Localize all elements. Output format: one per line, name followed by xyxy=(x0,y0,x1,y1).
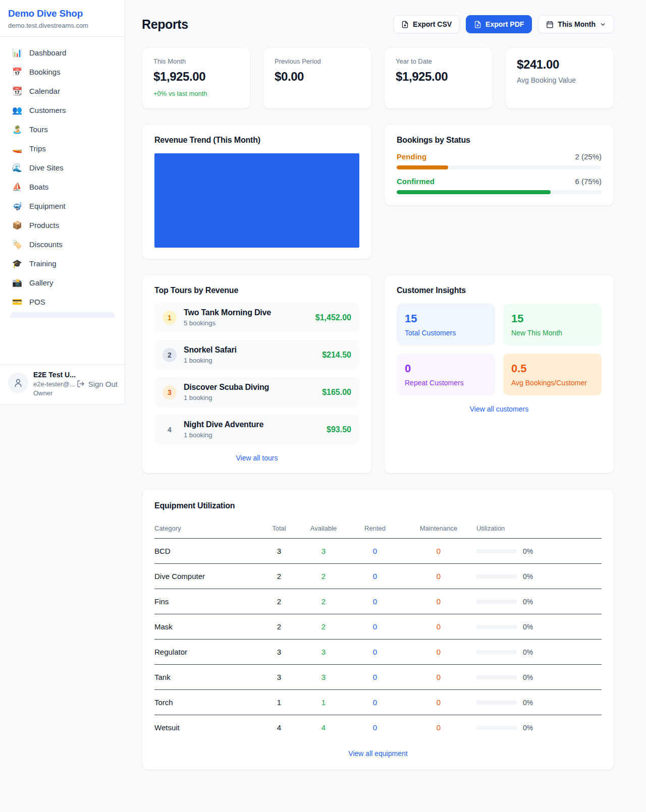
sign-out-button[interactable]: Sign Out xyxy=(77,380,118,388)
main-content: Reports Export CSV Export PDF This Month… xyxy=(125,0,646,786)
top-tours-card: Top Tours by Revenue 1 Two Tank Morning … xyxy=(142,274,372,474)
card-title: Top Tours by Revenue xyxy=(154,286,359,295)
sidebar-item-pos[interactable]: 💳 POS xyxy=(5,293,120,311)
rented-cell: 0 xyxy=(349,614,401,640)
revenue-trend-card: Revenue Trend (This Month) xyxy=(142,124,372,259)
shop-header: Demo Dive Shop demo.test.divestreams.com xyxy=(0,0,125,36)
sidebar-item-dive-sites[interactable]: 🌊 Dive Sites xyxy=(5,159,120,177)
sidebar-item-label: Training xyxy=(29,259,57,268)
rank-badge: 4 xyxy=(163,423,177,437)
insight-tiles: 15 Total Customers 15 New This Month 0 R… xyxy=(397,304,602,395)
table-row: Tank33000% xyxy=(154,665,602,690)
table-row: Dive Computer22000% xyxy=(154,564,602,589)
export-csv-button[interactable]: Export CSV xyxy=(393,15,460,33)
stat-label: Avg Booking Value xyxy=(517,76,603,84)
column-header-category: Category xyxy=(154,518,260,539)
column-header-available: Available xyxy=(298,518,349,539)
tour-revenue: $165.00 xyxy=(322,388,351,397)
utilization-cell: 0% xyxy=(476,690,602,715)
export-pdf-button[interactable]: Export PDF xyxy=(466,15,532,33)
sidebar-item-dashboard[interactable]: 📊 Dashboard xyxy=(5,44,120,62)
sidebar-item-label: Bookings xyxy=(29,68,61,76)
sidebar-item-bookings[interactable]: 📅 Bookings xyxy=(5,63,120,81)
sidebar-item-boats[interactable]: ⛵ Boats xyxy=(5,178,120,196)
stat-card-previous-period: Previous Period $0.00 xyxy=(263,47,372,109)
sidebar-item-label: Discounts xyxy=(29,240,63,249)
equipment-table-body: BCD33000%Dive Computer22000%Fins22000%Ma… xyxy=(154,539,602,740)
utilization-bar xyxy=(476,701,517,705)
stat-value: $1,925.00 xyxy=(153,70,239,84)
period-selector[interactable]: This Month xyxy=(538,15,614,33)
table-row: BCD33000% xyxy=(154,539,602,564)
sidebar-item-gallery[interactable]: 📸 Gallery xyxy=(5,274,120,292)
tour-name: Snorkel Safari xyxy=(184,345,237,355)
diving-mask-icon: 🤿 xyxy=(12,202,22,210)
maintenance-cell: 0 xyxy=(401,589,476,614)
sidebar-item-customers[interactable]: 👥 Customers xyxy=(5,101,120,119)
camera-icon: 📸 xyxy=(12,279,22,287)
available-cell: 2 xyxy=(298,614,349,640)
bookings-calendar-icon: 📅 xyxy=(12,68,22,76)
export-pdf-label: Export PDF xyxy=(486,20,524,28)
file-download-icon xyxy=(474,21,481,28)
insight-tile-repeat-customers: 0 Repeat Customers xyxy=(397,354,495,395)
user-panel: E2E Test U... e2e-tester@... Owner Sign … xyxy=(0,364,125,404)
wave-icon: 🌊 xyxy=(12,164,22,172)
table-header-row: Category Total Available Rented Maintena… xyxy=(154,518,602,539)
stat-value: $0.00 xyxy=(275,70,360,84)
utilization-bar xyxy=(476,650,517,654)
total-cell: 1 xyxy=(260,690,298,715)
chevron-down-icon xyxy=(600,21,606,28)
view-all-equipment-link[interactable]: View all equipment xyxy=(154,749,602,758)
available-cell: 2 xyxy=(298,564,349,589)
column-header-rented: Rented xyxy=(349,518,401,539)
total-cell: 4 xyxy=(260,715,298,740)
view-all-tours-link[interactable]: View all tours xyxy=(154,454,359,462)
equipment-utilization-card: Equipment Utilization Category Total Ava… xyxy=(142,489,614,770)
sidebar-item-reports-partial[interactable] xyxy=(10,312,115,318)
tour-revenue: $1,452.00 xyxy=(315,313,351,322)
user-meta: E2E Test U... e2e-tester@... Owner xyxy=(33,371,72,397)
sidebar-item-label: Boats xyxy=(29,183,48,191)
speedboat-icon: 🚤 xyxy=(12,145,22,153)
category-cell: Torch xyxy=(154,690,260,715)
sidebar-nav: 📊 Dashboard 📅 Bookings 📆 Calendar 👥 Cust… xyxy=(0,37,125,364)
utilization-cell: 0% xyxy=(476,564,602,589)
utilization-bar xyxy=(476,726,517,730)
list-item: 2 Snorkel Safari 1 booking $214.50 xyxy=(154,340,359,370)
package-icon: 📦 xyxy=(12,221,22,229)
rented-cell: 0 xyxy=(349,715,401,740)
tile-value: 15 xyxy=(511,312,594,325)
utilization-bar xyxy=(476,574,517,578)
sidebar-item-label: Trips xyxy=(29,144,46,153)
tile-label: Repeat Customers xyxy=(405,379,487,387)
maintenance-cell: 0 xyxy=(401,539,476,564)
log-out-icon xyxy=(77,380,85,388)
sidebar-item-label: Calendar xyxy=(29,87,60,95)
sidebar-item-tours[interactable]: 🏝️ Tours xyxy=(5,121,120,138)
file-download-icon xyxy=(401,21,409,28)
sidebar-item-equipment[interactable]: 🤿 Equipment xyxy=(5,197,120,215)
status-row-confirmed: Confirmed 6 (75%) xyxy=(397,177,602,194)
calendar-icon xyxy=(546,21,554,28)
person-icon xyxy=(13,378,23,388)
sidebar-item-calendar[interactable]: 📆 Calendar xyxy=(5,82,120,100)
sidebar-item-label: Customers xyxy=(29,106,66,114)
sidebar-item-discounts[interactable]: 🏷️ Discounts xyxy=(5,236,120,253)
sidebar-item-trips[interactable]: 🚤 Trips xyxy=(5,140,120,157)
column-header-total: Total xyxy=(260,518,298,539)
view-all-customers-link[interactable]: View all customers xyxy=(397,405,602,413)
page-header: Reports Export CSV Export PDF This Month xyxy=(142,15,614,33)
list-item: 3 Discover Scuba Diving 1 booking $165.0… xyxy=(154,377,359,407)
rank-badge: 1 xyxy=(163,311,177,325)
sidebar-item-training[interactable]: 🎓 Training xyxy=(5,255,120,272)
available-cell: 1 xyxy=(298,690,349,715)
sidebar-item-label: POS xyxy=(29,298,45,306)
sidebar-item-products[interactable]: 📦 Products xyxy=(5,216,120,234)
header-actions: Export CSV Export PDF This Month xyxy=(393,15,614,33)
available-cell: 3 xyxy=(298,640,349,665)
rank-badge: 3 xyxy=(163,385,177,399)
card-title: Bookings by Status xyxy=(397,136,602,145)
total-cell: 2 xyxy=(260,564,298,589)
category-cell: Fins xyxy=(154,589,260,614)
